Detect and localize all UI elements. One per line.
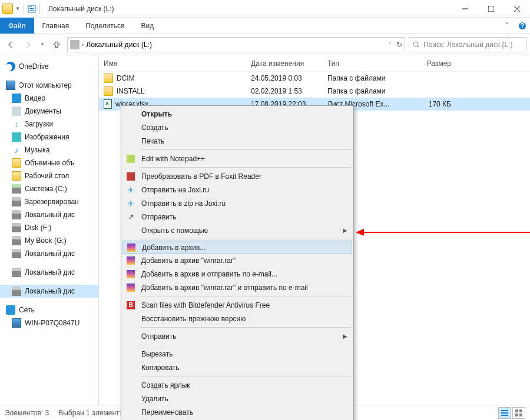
svg-rect-1 <box>29 6 32 7</box>
breadcrumb-dropdown[interactable]: ˅↻ <box>389 41 402 49</box>
svg-point-10 <box>413 42 418 46</box>
sidebar-item[interactable]: ↓Загрузки <box>0 118 98 131</box>
context-menu-item[interactable]: Восстановить прежнюю версию <box>122 312 352 325</box>
nav-back-button[interactable] <box>4 38 18 52</box>
sidebar-item[interactable]: Локальный дис <box>0 208 98 221</box>
qat-properties-icon[interactable] <box>28 5 36 13</box>
context-menu-item[interactable]: BScan files with Bitdefender Antivirus F… <box>122 298 352 312</box>
context-menu-item[interactable]: Удалить <box>122 392 352 405</box>
sidebar-item-label: WIN-P07Q0847U <box>25 319 80 327</box>
sidebar-item[interactable]: Локальный дис <box>0 285 98 298</box>
sidebar-item[interactable]: Локальный дис <box>0 247 98 260</box>
menu-item-label: Scan files with Bitdefender Antivirus Fr… <box>141 301 352 309</box>
sidebar-item[interactable]: Disk (F:) <box>0 221 98 234</box>
context-menu-item[interactable]: Создать ярлык <box>122 378 352 392</box>
sidebar-item[interactable]: Изображения <box>0 131 98 144</box>
file-row[interactable]: INSTALL02.02.2019 1:53Папка с файлами <box>99 85 530 98</box>
context-menu-item[interactable]: Отправить▶ <box>122 329 352 343</box>
sidebar-item[interactable]: ♪Музыка <box>0 144 98 156</box>
help-icon[interactable]: ? <box>515 18 530 34</box>
sidebar-item-label: Документы <box>25 107 61 115</box>
menu-item-icon: ✈ <box>125 185 137 195</box>
menu-item-icon <box>125 331 137 342</box>
col-type[interactable]: Тип <box>327 59 404 68</box>
context-menu-item[interactable]: Edit with Notepad++ <box>122 152 352 165</box>
sidebar-item-label: My Book (G:) <box>25 236 67 245</box>
menu-item-icon <box>125 171 137 182</box>
menu-item-icon <box>125 380 137 391</box>
view-details-button[interactable] <box>498 407 511 419</box>
qat-dropdown-icon[interactable]: ▼ <box>15 6 20 11</box>
context-menu-item[interactable]: ✈Отправить в zip на Joxi.ru <box>122 196 352 210</box>
context-menu-item[interactable]: Копировать <box>122 361 352 374</box>
menu-item-icon: B <box>125 300 137 311</box>
ribbon-expand-icon[interactable]: ˅ <box>499 18 515 34</box>
sidebar-item[interactable]: Объемные объ <box>0 156 98 169</box>
search-placeholder: Поиск: Локальный диск (L:) <box>423 41 513 49</box>
ribbon-tab-view[interactable]: Вид <box>132 18 162 34</box>
menu-item-label: Отправить в zip на Joxi.ru <box>141 199 352 208</box>
search-input[interactable]: Поиск: Локальный диск (L:) <box>409 37 526 52</box>
col-name[interactable]: Имя <box>104 59 251 68</box>
sidebar-item[interactable]: Локальный дис <box>0 266 98 279</box>
close-button[interactable] <box>504 0 530 18</box>
breadcrumb[interactable]: › Локальный диск (L:) ˅↻ <box>67 37 405 52</box>
menu-item-icon <box>125 362 137 373</box>
menu-item-icon <box>125 314 137 324</box>
context-menu-item[interactable]: Переименовать <box>122 405 352 419</box>
sidebar-item-label: Локальный дис <box>25 268 75 276</box>
nav-forward-button[interactable] <box>21 38 35 52</box>
col-size[interactable]: Размер <box>404 59 457 68</box>
sidebar-item-label: Рабочий стол <box>25 172 69 180</box>
svg-rect-16 <box>519 409 522 412</box>
context-menu-item[interactable]: Открыть с помощью▶ <box>122 224 352 237</box>
column-headers[interactable]: Имя Дата изменения Тип Размер <box>99 55 530 72</box>
context-menu-item[interactable]: Преобразовать в PDF в Foxit Reader <box>122 169 352 183</box>
file-name: INSTALL <box>117 87 145 95</box>
svg-rect-18 <box>519 414 522 416</box>
menu-item-label: Добавить в архив и отправить по e-mail..… <box>141 270 352 278</box>
svg-rect-5 <box>488 6 494 12</box>
context-menu-item[interactable]: Добавить в архив "winrar.rar" <box>122 254 352 267</box>
menu-item-label: Открыть <box>141 110 352 118</box>
maximize-button[interactable] <box>478 0 504 18</box>
context-menu-item[interactable]: ✈Отправить на Joxi.ru <box>122 183 352 196</box>
sidebar-item[interactable]: Сеть <box>0 304 98 316</box>
breadcrumb-segment[interactable]: Локальный диск (L:) <box>86 41 152 49</box>
menu-item-label: Добавить в архив... <box>142 244 352 252</box>
context-menu-item[interactable]: Добавить в архив и отправить по e-mail..… <box>122 267 352 281</box>
col-date[interactable]: Дата изменения <box>251 59 327 68</box>
minimize-button[interactable] <box>452 0 478 18</box>
context-menu-item[interactable]: Создать <box>122 121 352 134</box>
sidebar-item[interactable]: Рабочий стол <box>0 169 98 182</box>
sidebar-item[interactable]: Этот компьютер <box>0 79 98 92</box>
svg-rect-17 <box>515 414 518 416</box>
context-menu-item[interactable]: Добавить в архив "winrar.rar" и отправит… <box>122 281 352 294</box>
context-menu-item[interactable]: Открыть <box>122 107 352 121</box>
svg-rect-14 <box>501 415 508 416</box>
ribbon-tab-share[interactable]: Поделиться <box>77 18 132 34</box>
nav-up-button[interactable] <box>49 38 64 52</box>
sidebar-item[interactable]: OneDrive <box>0 60 98 73</box>
context-menu-item[interactable]: ↗Отправить <box>122 210 352 224</box>
nav-recent-dropdown[interactable]: ▼ <box>39 38 46 52</box>
sidebar-item[interactable]: WIN-P07Q0847U <box>0 316 98 329</box>
sidebar-item[interactable]: Видео <box>0 92 98 105</box>
context-menu-item[interactable]: Печать <box>122 134 352 148</box>
ribbon-tab-home[interactable]: Главная <box>34 18 78 34</box>
file-row[interactable]: DCIM24.05.2019 0:03Папка с файлами <box>99 72 530 85</box>
ribbon-file-tab[interactable]: Файл <box>0 18 34 34</box>
sidebar-item[interactable]: Зарезервирован <box>0 195 98 208</box>
sidebar-item-label: Загрузки <box>25 120 53 128</box>
menu-item-label: Восстановить прежнюю версию <box>141 315 352 323</box>
view-large-button[interactable] <box>512 407 525 419</box>
chevron-right-icon[interactable]: › <box>82 41 84 48</box>
sidebar-item[interactable]: My Book (G:) <box>0 234 98 247</box>
sidebar-item-label: Видео <box>25 94 45 102</box>
navbar: ▼ › Локальный диск (L:) ˅↻ Поиск: Локаль… <box>0 34 530 55</box>
context-menu-item[interactable]: Добавить в архив... <box>122 241 352 254</box>
sidebar-item[interactable]: Документы <box>0 105 98 118</box>
context-menu-item[interactable]: Вырезать <box>122 347 352 361</box>
menu-item-icon: ✈ <box>125 198 137 209</box>
sidebar-item[interactable]: Система (C:) <box>0 182 98 195</box>
